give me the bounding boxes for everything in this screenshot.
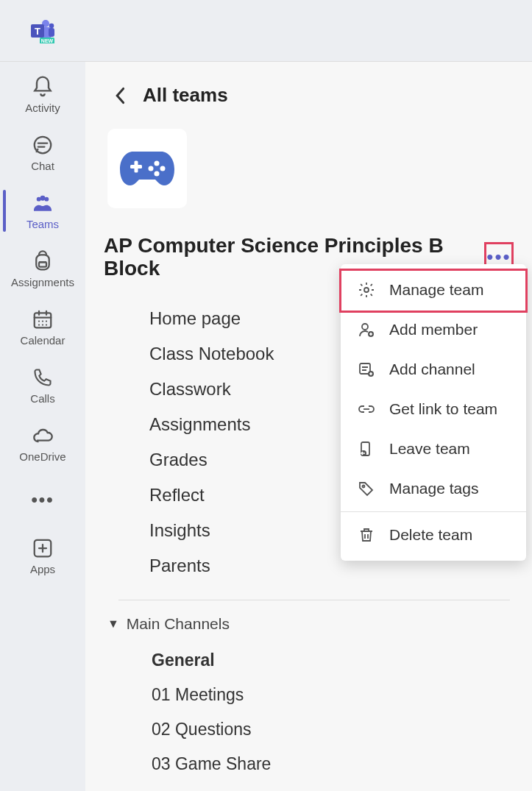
menu-label: Add member bbox=[389, 321, 478, 338]
person-add-icon bbox=[357, 320, 376, 339]
menu-manage-tags[interactable]: Manage tags bbox=[341, 469, 526, 508]
team-context-menu: Manage team Add member Add channel Get l… bbox=[341, 264, 526, 561]
rail-item-assignments[interactable]: Assignments bbox=[0, 244, 85, 294]
gamepad-icon bbox=[118, 149, 176, 188]
top-bar: T NEW bbox=[0, 0, 532, 62]
trash-icon bbox=[357, 525, 376, 545]
menu-label: Leave team bbox=[389, 440, 470, 458]
phone-icon bbox=[31, 366, 54, 389]
apps-icon bbox=[31, 536, 54, 560]
back-label: All teams bbox=[143, 84, 228, 107]
channels-section-header[interactable]: ▼ Main Channels bbox=[104, 600, 514, 643]
menu-add-channel[interactable]: Add channel bbox=[341, 350, 526, 389]
channel-general[interactable]: General bbox=[152, 643, 514, 678]
leave-icon bbox=[357, 439, 376, 458]
back-to-all-teams[interactable]: All teams bbox=[104, 84, 514, 107]
channel-add-icon bbox=[357, 360, 376, 379]
svg-text:NEW: NEW bbox=[41, 38, 54, 43]
svg-point-18 bbox=[155, 161, 160, 166]
menu-get-link[interactable]: Get link to team bbox=[341, 389, 526, 429]
menu-label: Add channel bbox=[389, 361, 475, 378]
rail-item-calendar[interactable]: Calendar bbox=[0, 302, 85, 352]
svg-point-22 bbox=[364, 288, 369, 292]
svg-rect-17 bbox=[135, 161, 138, 173]
content-panel: All teams AP Computer Science Principles… bbox=[85, 62, 532, 791]
svg-point-19 bbox=[160, 166, 166, 171]
menu-divider bbox=[341, 511, 526, 512]
channel-02-questions[interactable]: 02 Questions bbox=[152, 712, 514, 747]
cloud-icon bbox=[31, 424, 54, 447]
svg-rect-3 bbox=[49, 28, 54, 37]
rail-item-teams[interactable]: Teams bbox=[0, 185, 85, 236]
svg-point-20 bbox=[155, 171, 160, 177]
rail-item-more[interactable]: ••• bbox=[0, 476, 85, 523]
svg-rect-13 bbox=[39, 262, 46, 266]
rail-item-chat[interactable]: Chat bbox=[0, 127, 85, 178]
teams-logo: T NEW bbox=[29, 18, 54, 43]
backpack-icon bbox=[31, 249, 54, 273]
channel-01-meetings[interactable]: 01 Meetings bbox=[152, 678, 514, 712]
svg-point-1 bbox=[49, 23, 54, 28]
rail-item-onedrive[interactable]: OneDrive bbox=[0, 418, 85, 469]
bell-icon bbox=[31, 75, 54, 99]
rail-item-activity[interactable]: Activity bbox=[0, 69, 85, 120]
svg-text:T: T bbox=[35, 26, 40, 37]
menu-leave-team[interactable]: Leave team bbox=[341, 429, 526, 469]
svg-point-23 bbox=[362, 324, 368, 330]
menu-label: Delete team bbox=[389, 526, 472, 544]
svg-point-21 bbox=[149, 166, 154, 171]
calendar-icon bbox=[31, 308, 54, 331]
svg-point-29 bbox=[363, 486, 365, 488]
menu-manage-team[interactable]: Manage team bbox=[341, 270, 526, 310]
channels-section-label: Main Channels bbox=[127, 615, 230, 633]
channel-03-game-share[interactable]: 03 Game Share bbox=[152, 747, 514, 781]
app-rail: Activity Chat Teams bbox=[0, 62, 85, 791]
link-icon bbox=[357, 400, 376, 419]
menu-label: Manage tags bbox=[389, 480, 478, 497]
svg-point-11 bbox=[40, 196, 46, 201]
menu-delete-team[interactable]: Delete team bbox=[341, 515, 526, 555]
rail-item-apps[interactable]: Apps bbox=[0, 531, 85, 581]
menu-label: Manage team bbox=[389, 281, 483, 299]
rail-item-calls[interactable]: Calls bbox=[0, 360, 85, 411]
channel-list: General 01 Meetings 02 Questions 03 Game… bbox=[104, 643, 514, 781]
ellipsis-icon: ••• bbox=[31, 489, 54, 510]
menu-add-member[interactable]: Add member bbox=[341, 310, 526, 350]
menu-label: Get link to team bbox=[389, 400, 497, 418]
chevron-left-icon bbox=[115, 87, 127, 104]
tag-icon bbox=[357, 479, 376, 498]
team-avatar[interactable] bbox=[107, 129, 187, 208]
caret-down-icon: ▼ bbox=[107, 617, 119, 631]
people-icon bbox=[31, 191, 54, 215]
chat-icon bbox=[31, 133, 54, 157]
gear-icon bbox=[357, 280, 376, 299]
